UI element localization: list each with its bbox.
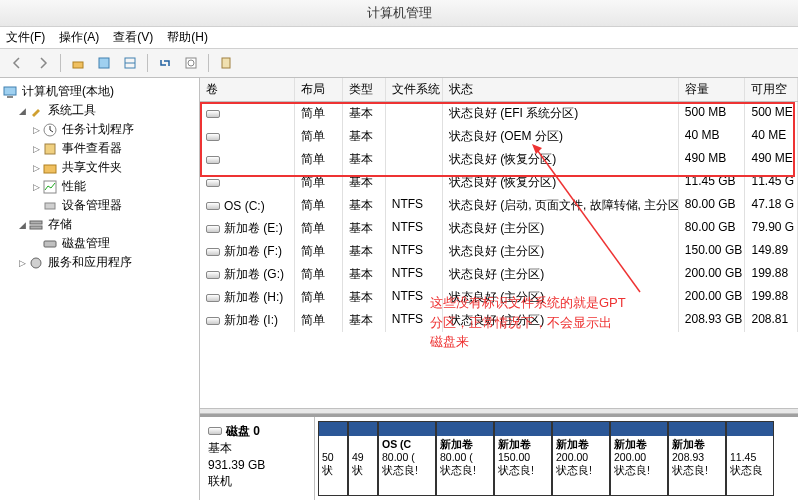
up-button[interactable] [67, 52, 89, 74]
cell-layout: 简单 [295, 263, 343, 286]
tree-storage[interactable]: ◢ 存储 [2, 215, 197, 234]
column-layout[interactable]: 布局 [295, 78, 343, 101]
main-panel: 卷 布局 类型 文件系统 状态 容量 可用空 简单基本状态良好 (EFI 系统分… [200, 78, 798, 500]
tree-services-apps[interactable]: ▷ 服务和应用程序 [2, 253, 197, 272]
expand-icon[interactable]: ▷ [30, 182, 42, 192]
collapse-icon[interactable]: ◢ [16, 220, 28, 230]
column-volume[interactable]: 卷 [200, 78, 295, 101]
menu-action[interactable]: 操作(A) [59, 29, 99, 46]
tree-label: 任务计划程序 [62, 121, 134, 138]
help-button[interactable] [215, 52, 237, 74]
forward-button[interactable] [32, 52, 54, 74]
partition-header-bar [553, 422, 609, 436]
table-row[interactable]: 新加卷 (G:)简单基本NTFS状态良好 (主分区)200.00 GB199.8… [200, 263, 798, 286]
menu-view[interactable]: 查看(V) [113, 29, 153, 46]
collapse-icon[interactable]: ◢ [16, 106, 28, 116]
cell-layout: 简单 [295, 240, 343, 263]
expand-icon[interactable]: ▷ [16, 258, 28, 268]
tree-system-tools[interactable]: ◢ 系统工具 [2, 101, 197, 120]
volume-icon [206, 156, 220, 164]
volume-name: 新加卷 (E:) [224, 220, 283, 237]
cell-available: 149.89 [745, 240, 798, 263]
partition-block[interactable]: OS (C80.00 (状态良! [378, 421, 436, 496]
toolbar [0, 49, 798, 78]
volume-icon [206, 248, 220, 256]
cell-type: 基本 [343, 309, 386, 332]
cell-layout: 简单 [295, 148, 343, 171]
tree-shared-folders[interactable]: ▷ 共享文件夹 [2, 158, 197, 177]
menu-file[interactable]: 文件(F) [6, 29, 45, 46]
disk-type: 基本 [208, 440, 306, 457]
svg-point-17 [31, 258, 41, 268]
svg-rect-10 [45, 144, 55, 154]
partition-body: 新加卷200.00状态良! [553, 436, 609, 495]
partition-block[interactable]: 49状 [348, 421, 378, 496]
partition-block[interactable]: 新加卷150.00状态良! [494, 421, 552, 496]
cell-filesystem [386, 102, 443, 125]
cell-type: 基本 [343, 263, 386, 286]
partition-block[interactable]: 新加卷208.93状态良! [668, 421, 726, 496]
table-row[interactable]: 新加卷 (F:)简单基本NTFS状态良好 (主分区)150.00 GB149.8… [200, 240, 798, 263]
cell-available: 40 ME [745, 125, 798, 148]
properties-button[interactable] [93, 52, 115, 74]
svg-rect-6 [222, 58, 230, 68]
volume-icon [206, 110, 220, 118]
event-icon [42, 141, 58, 157]
tree-device-manager[interactable]: 设备管理器 [2, 196, 197, 215]
cell-type: 基本 [343, 194, 386, 217]
cell-status: 状态良好 (启动, 页面文件, 故障转储, 主分区) [443, 194, 679, 217]
partition-block[interactable]: 11.45状态良 [726, 421, 774, 496]
volume-icon [206, 133, 220, 141]
partition-block[interactable]: 新加卷200.00状态良! [552, 421, 610, 496]
navigation-tree[interactable]: 计算机管理(本地) ◢ 系统工具 ▷ 任务计划程序 ▷ 事件查看器 ▷ 共享文件… [0, 78, 200, 500]
column-capacity[interactable]: 容量 [679, 78, 746, 101]
back-button[interactable] [6, 52, 28, 74]
expand-icon[interactable]: ▷ [30, 163, 42, 173]
cell-type: 基本 [343, 171, 386, 194]
cell-layout: 简单 [295, 217, 343, 240]
table-row[interactable]: 简单基本状态良好 (EFI 系统分区)500 MB500 ME [200, 102, 798, 125]
menubar: 文件(F) 操作(A) 查看(V) 帮助(H) [0, 27, 798, 49]
table-row[interactable]: 简单基本状态良好 (恢复分区)490 MB490 ME [200, 148, 798, 171]
tree-label: 磁盘管理 [62, 235, 110, 252]
cell-layout: 简单 [295, 171, 343, 194]
column-type[interactable]: 类型 [343, 78, 386, 101]
partition-block[interactable]: 新加卷200.00状态良! [610, 421, 668, 496]
volume-name: OS (C:) [224, 199, 265, 213]
window-titlebar: 计算机管理 [0, 0, 798, 27]
table-row[interactable]: 新加卷 (E:)简单基本NTFS状态良好 (主分区)80.00 GB79.90 … [200, 217, 798, 240]
partition-body: 新加卷208.93状态良! [669, 436, 725, 495]
volume-name: 新加卷 (F:) [224, 243, 282, 260]
expand-icon[interactable]: ▷ [30, 144, 42, 154]
settings-button[interactable] [180, 52, 202, 74]
window-title: 计算机管理 [367, 5, 432, 20]
refresh-button[interactable] [154, 52, 176, 74]
disk-info[interactable]: 磁盘 0 基本 931.39 GB 联机 [200, 417, 315, 500]
cell-capacity: 80.00 GB [679, 217, 746, 240]
partition-block[interactable]: 新加卷80.00 (状态良! [436, 421, 494, 496]
column-filesystem[interactable]: 文件系统 [386, 78, 443, 101]
storage-icon [28, 217, 44, 233]
separator [147, 54, 148, 72]
cell-available: 490 ME [745, 148, 798, 171]
expand-icon[interactable]: ▷ [30, 125, 42, 135]
cell-type: 基本 [343, 240, 386, 263]
volume-icon [206, 179, 220, 187]
partition-body: 新加卷150.00状态良! [495, 436, 551, 495]
tree-performance[interactable]: ▷ 性能 [2, 177, 197, 196]
tree-task-scheduler[interactable]: ▷ 任务计划程序 [2, 120, 197, 139]
tree-disk-mgmt[interactable]: 磁盘管理 [2, 234, 197, 253]
tree-event-viewer[interactable]: ▷ 事件查看器 [2, 139, 197, 158]
tree-root[interactable]: 计算机管理(本地) [2, 82, 197, 101]
list-button[interactable] [119, 52, 141, 74]
column-status[interactable]: 状态 [443, 78, 679, 101]
volume-name: 新加卷 (I:) [224, 312, 278, 329]
table-row[interactable]: 简单基本状态良好 (恢复分区)11.45 GB11.45 G [200, 171, 798, 194]
partition-block[interactable]: 50状 [318, 421, 348, 496]
column-available[interactable]: 可用空 [745, 78, 798, 101]
cell-capacity: 150.00 GB [679, 240, 746, 263]
table-row[interactable]: 简单基本状态良好 (OEM 分区)40 MB40 ME [200, 125, 798, 148]
menu-help[interactable]: 帮助(H) [167, 29, 208, 46]
cell-layout: 简单 [295, 194, 343, 217]
table-row[interactable]: OS (C:)简单基本NTFS状态良好 (启动, 页面文件, 故障转储, 主分区… [200, 194, 798, 217]
